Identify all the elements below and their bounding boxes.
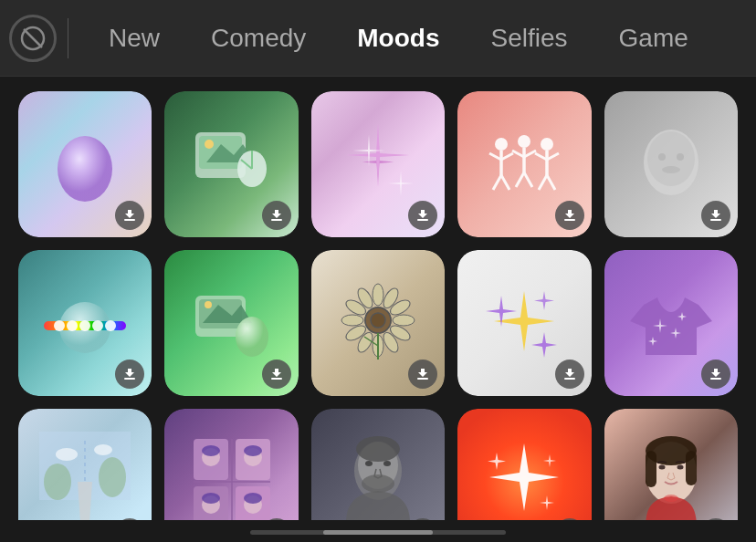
svg-rect-83: [710, 378, 721, 380]
nav-item-selfies[interactable]: Selfies: [466, 0, 593, 77]
svg-line-34: [547, 175, 555, 190]
svg-point-54: [236, 317, 268, 357]
download-badge-10[interactable]: [701, 360, 730, 389]
svg-line-28: [524, 172, 532, 187]
svg-point-2: [58, 136, 112, 202]
tile-photo-float[interactable]: [164, 250, 298, 396]
svg-rect-41: [710, 219, 721, 221]
tile-glitter-shirt[interactable]: [604, 250, 738, 396]
nav-items: New Comedy Moods Selfies Game: [83, 0, 747, 77]
svg-point-123: [658, 465, 665, 470]
block-icon: [9, 15, 57, 62]
svg-point-48: [105, 320, 116, 331]
tile-sparkle-pink[interactable]: [311, 91, 445, 237]
svg-point-46: [79, 320, 90, 331]
svg-rect-73: [417, 378, 428, 380]
nav-item-new[interactable]: New: [83, 0, 185, 77]
svg-rect-78: [564, 378, 575, 380]
svg-point-7: [205, 140, 214, 149]
nav-item-comedy[interactable]: Comedy: [185, 0, 331, 77]
svg-point-90: [94, 444, 112, 455]
tile-sparkle-orange[interactable]: [457, 409, 591, 520]
svg-marker-13: [346, 123, 410, 187]
svg-line-25: [512, 151, 524, 157]
svg-line-27: [516, 172, 524, 187]
tile-photo-grid[interactable]: [164, 409, 298, 520]
download-badge-3[interactable]: [408, 201, 437, 230]
download-badge-1[interactable]: [115, 201, 144, 230]
svg-point-53: [205, 301, 212, 308]
svg-line-32: [547, 153, 559, 160]
nav-bar: New Comedy Moods Selfies Game: [0, 0, 756, 77]
svg-point-60: [393, 315, 415, 326]
download-badge-8[interactable]: [408, 360, 437, 389]
tile-photo-wave[interactable]: [164, 91, 298, 237]
svg-marker-15: [388, 171, 414, 196]
svg-marker-117: [543, 454, 556, 467]
download-badge-7[interactable]: [262, 360, 291, 389]
svg-point-124: [677, 465, 683, 470]
download-badge-4[interactable]: [555, 201, 584, 230]
download-badge-6[interactable]: [115, 360, 144, 389]
tile-sky-path[interactable]: [18, 409, 152, 520]
download-badge-2[interactable]: [262, 201, 291, 230]
svg-rect-11: [271, 219, 282, 221]
svg-rect-3: [124, 219, 135, 221]
tile-portrait-gray[interactable]: [311, 409, 445, 520]
svg-point-102: [202, 493, 220, 504]
tile-holographic-orb[interactable]: [18, 91, 152, 237]
svg-marker-116: [540, 495, 554, 510]
svg-point-45: [67, 320, 78, 331]
svg-point-109: [362, 474, 394, 493]
svg-point-85: [44, 464, 71, 500]
svg-point-37: [647, 131, 695, 186]
svg-marker-87: [78, 482, 92, 520]
svg-point-89: [56, 448, 78, 461]
svg-point-100: [202, 445, 220, 456]
svg-point-110: [365, 461, 373, 466]
tile-rainbow-orb[interactable]: [18, 250, 152, 396]
svg-point-112: [356, 436, 400, 462]
scroll-indicator[interactable]: [250, 530, 506, 535]
tile-sunflower-sketch[interactable]: [311, 250, 445, 396]
tile-sparkle-white[interactable]: [457, 250, 591, 396]
svg-line-33: [539, 175, 547, 190]
svg-line-1: [24, 29, 42, 47]
svg-marker-76: [531, 332, 557, 358]
svg-rect-49: [124, 378, 135, 380]
svg-point-38: [658, 153, 666, 161]
svg-point-125: [664, 495, 678, 502]
svg-point-39: [677, 153, 684, 161]
svg-point-47: [92, 320, 103, 331]
svg-rect-121: [646, 451, 656, 487]
scroll-thumb: [323, 530, 433, 535]
tile-face-mask[interactable]: [604, 91, 738, 237]
svg-point-103: [244, 493, 262, 504]
tile-dance-figures[interactable]: [457, 91, 591, 237]
svg-point-44: [54, 320, 65, 331]
svg-point-40: [662, 166, 680, 173]
svg-line-21: [493, 175, 501, 190]
svg-point-70: [371, 313, 385, 328]
svg-rect-35: [564, 219, 575, 221]
nav-item-moods[interactable]: Moods: [331, 0, 465, 77]
svg-line-22: [501, 175, 509, 190]
svg-marker-77: [534, 291, 554, 310]
svg-point-111: [383, 461, 391, 466]
tile-portrait-girl[interactable]: [604, 409, 738, 520]
svg-marker-115: [488, 453, 506, 470]
svg-point-101: [244, 445, 262, 456]
svg-line-20: [501, 153, 513, 160]
svg-point-66: [341, 315, 363, 326]
svg-line-19: [489, 153, 501, 160]
svg-point-29: [541, 138, 553, 151]
nav-divider: [68, 18, 68, 58]
svg-rect-55: [271, 378, 282, 380]
download-badge-9[interactable]: [555, 360, 584, 389]
svg-point-57: [373, 284, 383, 306]
svg-point-17: [495, 138, 508, 151]
download-badge-5[interactable]: [701, 201, 730, 230]
svg-line-31: [535, 153, 547, 160]
svg-marker-114: [489, 443, 559, 511]
nav-item-game[interactable]: Game: [593, 0, 714, 77]
